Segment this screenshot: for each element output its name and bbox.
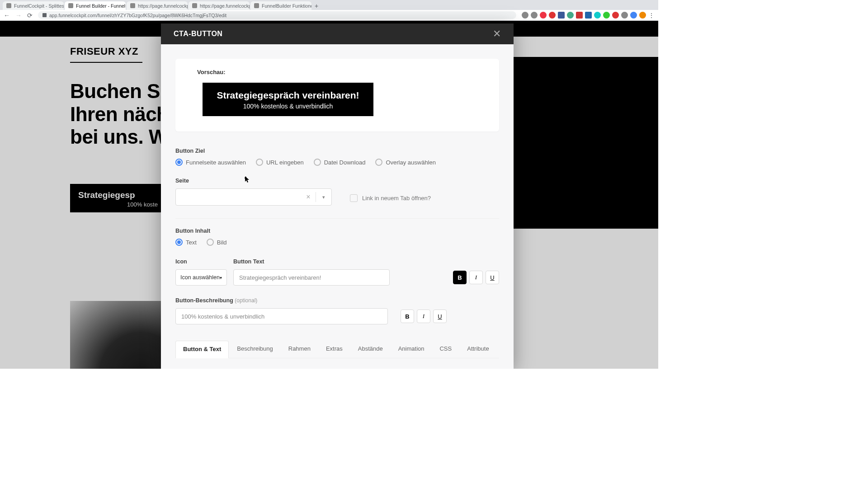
clear-icon[interactable]: ×: [301, 193, 316, 201]
tab-extras[interactable]: Extras: [319, 341, 350, 358]
tab-0[interactable]: FunnelCockpit - Splittests, Ma×: [3, 1, 64, 10]
button-text-input[interactable]: Strategiegespräch vereinbaren!: [233, 269, 390, 286]
tab-abstaende[interactable]: Abstände: [351, 341, 390, 358]
seite-label: Seite: [175, 178, 332, 184]
close-icon[interactable]: ✕: [493, 28, 501, 40]
forward-icon[interactable]: →: [15, 12, 22, 19]
extensions: ⋮: [522, 12, 655, 19]
underline-button[interactable]: U: [486, 271, 499, 284]
ziel-label: Button Ziel: [175, 148, 499, 154]
url-field[interactable]: app.funnelcockpit.com/funnel/zhYZY7bGzgo…: [38, 11, 516, 19]
tab-css[interactable]: CSS: [432, 341, 459, 358]
radio-overlay[interactable]: Overlay auswählen: [375, 159, 436, 166]
preview-card: Vorschau: Strategiegespräch vereinbaren!…: [175, 59, 499, 131]
button-desc-input[interactable]: 100% kostenlos & unverbindlich: [175, 308, 388, 324]
reload-icon[interactable]: ⟳: [27, 12, 33, 19]
chevron-down-icon: ▾: [220, 275, 222, 280]
preview-button: Strategiegespräch vereinbaren! 100% kost…: [203, 83, 373, 116]
italic-button[interactable]: I: [469, 271, 483, 284]
ext-icon[interactable]: [630, 12, 637, 19]
browser-tabbar: FunnelCockpit - Splittests, Ma× Funnel B…: [0, 0, 658, 10]
cta-button-modal: CTA-BUTTON ✕ Vorschau: Strategiegespräch…: [161, 23, 514, 369]
ext-icon[interactable]: [558, 12, 565, 19]
ext-icon[interactable]: [540, 12, 547, 19]
new-tab-button[interactable]: +: [312, 2, 321, 10]
ext-icon[interactable]: [531, 12, 538, 19]
bold-button[interactable]: B: [453, 271, 467, 284]
desc-label: Button-Beschreibung (optional): [175, 297, 499, 304]
italic-button[interactable]: I: [417, 310, 430, 323]
ziel-radios: Funnelseite auswählen URL eingeben Datei…: [175, 159, 499, 166]
ext-icon[interactable]: [594, 12, 601, 19]
menu-icon[interactable]: ⋮: [648, 12, 655, 19]
radio-text[interactable]: Text: [175, 239, 197, 246]
radio-funnelseite[interactable]: Funnelseite auswählen: [175, 159, 246, 166]
tab-rahmen[interactable]: Rahmen: [281, 341, 318, 358]
ext-icon[interactable]: [567, 12, 574, 19]
radio-url[interactable]: URL eingeben: [256, 159, 304, 166]
avatar[interactable]: [639, 12, 646, 19]
underline-button[interactable]: U: [433, 310, 447, 323]
lock-icon: [42, 13, 47, 17]
ext-icon[interactable]: [522, 12, 528, 19]
icon-select[interactable]: Icon auswählen ▾: [175, 269, 227, 286]
bold-button[interactable]: B: [401, 310, 414, 323]
ext-icon[interactable]: [576, 12, 583, 19]
preview-label: Vorschau:: [197, 69, 477, 75]
ext-icon[interactable]: [612, 12, 619, 19]
address-bar: ← → ⟳ app.funnelcockpit.com/funnel/zhYZY…: [0, 10, 658, 21]
settings-tabs: Button & Text Beschreibung Rahmen Extras…: [175, 341, 499, 358]
tab-button-text[interactable]: Button & Text: [175, 341, 229, 358]
tab-3[interactable]: https://page.funnelcockpit.co×: [189, 1, 250, 10]
tab-animation[interactable]: Animation: [391, 341, 432, 358]
tab-1[interactable]: Funnel Builder - FunnelCockpit×: [65, 1, 126, 10]
ext-icon[interactable]: [603, 12, 610, 19]
tab-beschreibung[interactable]: Beschreibung: [230, 341, 280, 358]
radio-bild[interactable]: Bild: [207, 239, 227, 246]
ext-icon[interactable]: [549, 12, 556, 19]
modal-header: CTA-BUTTON ✕: [161, 23, 514, 44]
radio-datei[interactable]: Datei Download: [314, 159, 366, 166]
tab-attribute[interactable]: Attribute: [460, 341, 496, 358]
newtab-checkbox[interactable]: Link in neuem Tab öffnen?: [350, 194, 431, 202]
inhalt-radios: Text Bild: [175, 239, 499, 246]
chevron-down-icon[interactable]: ▾: [316, 194, 331, 200]
seite-select[interactable]: × ▾: [175, 188, 332, 206]
tab-4[interactable]: FunnelBuilder Funktionen & El×: [250, 1, 311, 10]
back-icon[interactable]: ←: [4, 12, 10, 19]
tab-2[interactable]: https://page.funnelcockpit.co×: [127, 1, 188, 10]
inhalt-label: Button Inhalt: [175, 228, 499, 234]
icon-label: Icon: [175, 258, 227, 265]
btntext-label: Button Text: [233, 258, 447, 265]
ext-icon[interactable]: [585, 12, 592, 19]
ext-icon[interactable]: [621, 12, 628, 19]
modal-title: CTA-BUTTON: [174, 30, 222, 38]
